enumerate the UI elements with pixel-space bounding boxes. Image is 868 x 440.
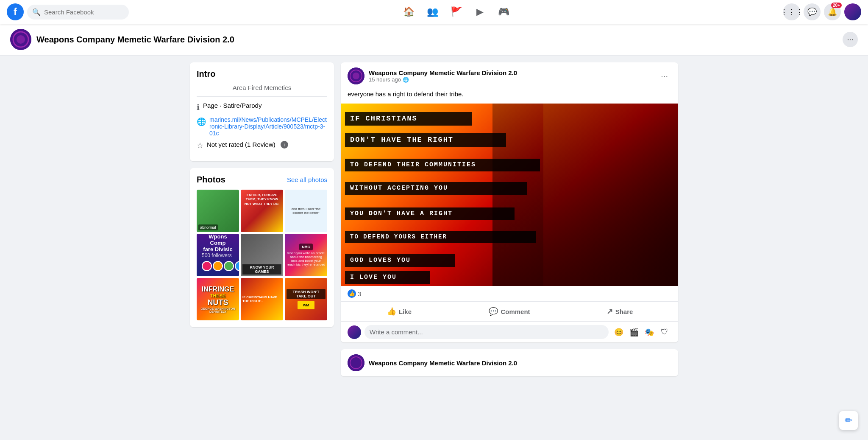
intro-category-row: ℹ Page · Satire/Parody xyxy=(197,102,327,112)
page-header: Weapons Company Memetic Warfare Division… xyxy=(0,24,868,56)
page-title: Weapons Company Memetic Warfare Division… xyxy=(36,35,234,45)
messenger-button[interactable]: 💬 xyxy=(804,3,821,20)
photo-item[interactable]: IF CHRISTIANS HAVE THE RIGHT... xyxy=(241,278,283,320)
photo-item[interactable]: TRASH WON'T TAKE OUT WM xyxy=(285,278,327,320)
photo-item[interactable]: KNOW YOUR GAMES xyxy=(241,234,283,276)
search-input[interactable] xyxy=(44,8,124,16)
page-header-left: Weapons Company Memetic Warfare Division… xyxy=(10,29,234,50)
post-card: Weapons Company Memetic Warfare Division… xyxy=(341,62,678,342)
meme-line-8: I LOVE YOU xyxy=(345,271,430,284)
shield-icon-button[interactable]: 🛡 xyxy=(658,325,671,339)
nav-right: ⋮⋮⋮ 💬 🔔 20+ xyxy=(783,3,861,20)
notification-badge: 20+ xyxy=(831,3,842,8)
like-emoji: 👍 xyxy=(348,289,356,298)
page-avatar xyxy=(10,29,31,50)
share-icon: ↗ xyxy=(606,307,613,316)
watch-nav-button[interactable]: ▶ xyxy=(470,2,490,22)
share-button[interactable]: ↗ Share xyxy=(565,303,675,319)
intro-category: Page · Satire/Parody xyxy=(203,102,262,109)
sticker-button[interactable]: 🎭 xyxy=(643,325,656,339)
apps-button[interactable]: ⋮⋮⋮ xyxy=(783,3,800,20)
page-cover-name: Wpons Compfare Divisic xyxy=(202,234,234,252)
intro-link[interactable]: marines.mil/News/Publications/MCPEL/Elec… xyxy=(209,116,327,137)
intro-link-row: 🌐 marines.mil/News/Publications/MCPEL/El… xyxy=(197,116,327,137)
photos-card: Photos See all photos abnormal FATHER, F… xyxy=(190,168,334,327)
meme-line-2: DON'T HAVE THE RIGHT xyxy=(345,133,506,147)
post-more-button[interactable]: ··· xyxy=(657,70,671,83)
main-content: Intro Area Fired Memetics ℹ Page · Satir… xyxy=(180,56,688,383)
comment-icons: 😊 🎬 🎭 🛡 xyxy=(612,325,671,339)
meme-line-3: TO DEFEND THEIR COMMUNITIES xyxy=(345,159,540,171)
photo-item[interactable]: abnormal xyxy=(197,190,239,232)
intro-title: Intro xyxy=(197,69,327,79)
info-icon: ℹ xyxy=(197,103,200,112)
globe-icon: 🌐 xyxy=(197,117,206,126)
photo-item[interactable]: NBC when you write an article about the … xyxy=(285,234,327,276)
search-icon: 🔍 xyxy=(32,8,41,16)
post-time: 15 hours ago 🌐 xyxy=(369,76,653,83)
privacy-icon: 🌐 xyxy=(403,77,409,83)
search-bar[interactable]: 🔍 xyxy=(27,5,129,20)
pages-nav-button[interactable]: 🚩 xyxy=(446,2,466,22)
top-navigation: f 🔍 🏠 👥 🚩 ▶ 🎮 ⋮⋮⋮ 💬 🔔 20+ xyxy=(0,0,868,24)
svg-point-5 xyxy=(353,73,359,79)
intro-tagline: Area Fired Memetics xyxy=(197,84,327,91)
notifications-button[interactable]: 🔔 20+ xyxy=(824,3,841,20)
friends-nav-button[interactable]: 👥 xyxy=(422,2,442,22)
post-text: everyone has a right to defend their tri… xyxy=(341,90,678,104)
page-cover-followers: 500 followers xyxy=(202,252,232,258)
gif-button[interactable]: 🎬 xyxy=(627,325,641,339)
star-icon: ☆ xyxy=(197,141,203,150)
next-post-avatar xyxy=(348,354,364,371)
post-meta: Weapons Company Memetic Warfare Division… xyxy=(369,69,653,83)
post-page-name[interactable]: Weapons Company Memetic Warfare Division… xyxy=(369,69,653,76)
see-all-photos-link[interactable]: See all photos xyxy=(287,176,327,183)
left-panel: Intro Area Fired Memetics ℹ Page · Satir… xyxy=(190,62,334,376)
next-post-card: Weapons Company Memetic Warfare Division… xyxy=(341,349,678,376)
comment-button[interactable]: 💬 Comment xyxy=(454,303,565,319)
photos-header: Photos See all photos xyxy=(197,175,327,185)
photo-item[interactable]: and then I said "the sooner the better" xyxy=(285,190,327,232)
meme-line-6: TO DEFEND YOURS EITHER xyxy=(345,231,536,243)
profile-avatar[interactable] xyxy=(844,3,861,20)
post-image[interactable]: IF CHRISTIANS DON'T HAVE THE RIGHT TO DE… xyxy=(341,104,678,286)
comment-icon: 💬 xyxy=(489,307,498,316)
photos-title: Photos xyxy=(197,175,225,185)
next-post-page-name: Weapons Company Memetic Warfare Division… xyxy=(369,359,517,367)
intro-rating-row: ☆ Not yet rated (1 Review) i xyxy=(197,141,327,150)
meme-line-4: WITHOUT ACCEPTING YOU xyxy=(345,182,527,195)
post-actions: 👍 Like 💬 Comment ↗ Share xyxy=(341,302,678,321)
post-page-avatar[interactable] xyxy=(348,67,364,84)
svg-point-2 xyxy=(17,35,25,44)
photo-item[interactable]: FATHER, FORGIVE THEM; THEY KNOW NOT WHAT… xyxy=(241,190,283,232)
intro-divider xyxy=(197,96,327,97)
meme-line-1: IF CHRISTIANS xyxy=(345,112,472,126)
emoji-button[interactable]: 😊 xyxy=(612,325,626,339)
intro-rating: Not yet rated (1 Review) xyxy=(207,141,275,148)
rating-info-icon[interactable]: i xyxy=(281,141,288,149)
like-button[interactable]: 👍 Like xyxy=(344,303,454,319)
like-icon: 👍 xyxy=(387,307,396,316)
post-header: Weapons Company Memetic Warfare Division… xyxy=(341,62,678,90)
nav-center: 🏠 👥 🚩 ▶ 🎮 xyxy=(398,2,514,22)
intro-card: Intro Area Fired Memetics ℹ Page · Satir… xyxy=(190,62,334,161)
photos-grid: abnormal FATHER, FORGIVE THEM; THEY KNOW… xyxy=(197,190,327,320)
nav-left: f 🔍 xyxy=(7,3,129,20)
right-panel: Weapons Company Memetic Warfare Division… xyxy=(341,62,678,376)
comment-input[interactable]: Write a comment... xyxy=(364,325,609,339)
gaming-nav-button[interactable]: 🎮 xyxy=(493,2,514,22)
home-nav-button[interactable]: 🏠 xyxy=(398,2,419,22)
meme-line-7: GOD LOVES YOU xyxy=(345,254,455,267)
photo-item[interactable]: INFRINGE THESE NUTS GEORGE WASHINGTON DE… xyxy=(197,278,239,320)
post-reactions: 👍 3 xyxy=(341,286,678,302)
page-more-button[interactable]: ··· xyxy=(843,32,858,47)
page-cover-photo[interactable]: Wpons Compfare Divisic 500 followers xyxy=(197,234,239,276)
comment-box: Write a comment... 😊 🎬 🎭 🛡 xyxy=(341,321,678,342)
comment-user-avatar xyxy=(348,325,361,339)
reaction-count: 👍 3 xyxy=(348,289,361,298)
facebook-logo[interactable]: f xyxy=(7,3,24,20)
meme-line-5: YOU DON'T HAVE A RIGHT xyxy=(345,207,515,220)
